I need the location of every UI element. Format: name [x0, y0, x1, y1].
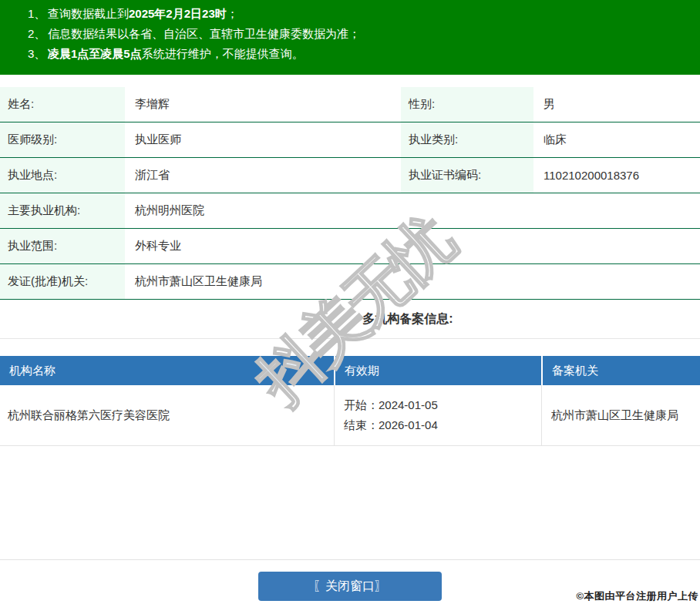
- record-institution-name: 杭州联合丽格第六医疗美容医院: [0, 385, 334, 445]
- column-header-institution-name: 机构名称: [0, 356, 334, 385]
- field-label-practice-category: 执业类别:: [401, 122, 533, 157]
- table-row: 执业范围: 外科专业: [0, 229, 700, 264]
- notice-line-3: 3、凌晨1点至凌晨5点系统进行维护，不能提供查询。: [28, 44, 692, 64]
- notice-text: 信息数据结果以各省、自治区、直辖市卫生健康委数据为准；: [48, 27, 360, 40]
- field-value-main-institution: 杭州明州医院: [125, 193, 700, 228]
- field-value-practice-category: 临床: [533, 122, 700, 157]
- close-window-button[interactable]: 〖关闭窗口〗: [258, 572, 442, 601]
- practitioner-info-table: 姓名: 李增辉 性别: 男 医师级别: 执业医师 执业类别: 临床 执业地点: …: [0, 87, 700, 300]
- table-row: 杭州联合丽格第六医疗美容医院 开始：2024-01-05 结束：2026-01-…: [0, 385, 700, 446]
- notice-number: 2、: [28, 24, 48, 44]
- column-header-record-authority: 备案机关: [541, 356, 698, 385]
- field-label-doctor-level: 医师级别:: [0, 122, 125, 157]
- field-label-practice-location: 执业地点:: [0, 158, 125, 193]
- field-value-name: 李增辉: [125, 87, 401, 122]
- notice-banner: 1、查询数据截止到2025年2月2日23时； 2、信息数据结果以各省、自治区、直…: [0, 0, 700, 75]
- column-header-validity-period: 有效期: [334, 356, 541, 385]
- table-row: 主要执业机构: 杭州明州医院: [0, 193, 700, 229]
- record-authority: 杭州市萧山区卫生健康局: [541, 385, 698, 445]
- field-value-issuing-authority: 杭州市萧山区卫生健康局: [125, 264, 700, 299]
- field-value-gender: 男: [533, 87, 700, 122]
- validity-end: 结束：2026-01-04: [344, 415, 541, 435]
- notice-number: 3、: [28, 44, 48, 64]
- field-value-practice-scope: 外科专业: [125, 229, 700, 263]
- table-row: 执业地点: 浙江省 执业证书编码: 110210200018376: [0, 158, 700, 193]
- field-label-practice-scope: 执业范围:: [0, 229, 125, 263]
- records-section-title-row: 多机构备案信息:: [0, 300, 700, 339]
- notice-text: 系统进行维护，不能提供查询。: [142, 47, 304, 60]
- field-label-issuing-authority: 发证(批准)机关:: [0, 264, 125, 299]
- notice-line-2: 2、信息数据结果以各省、自治区、直辖市卫生健康委数据为准；: [28, 24, 692, 44]
- field-label-license-number: 执业证书编码:: [401, 158, 533, 193]
- notice-text-bold: 2025年2月2日23时: [129, 7, 227, 20]
- field-value-doctor-level: 执业医师: [125, 122, 401, 157]
- field-label-gender: 性别:: [401, 87, 533, 122]
- field-label-name: 姓名:: [0, 87, 125, 122]
- table-row: 发证(批准)机关: 杭州市萧山区卫生健康局: [0, 264, 700, 300]
- notice-text-bold: 凌晨1点至凌晨5点: [48, 47, 142, 60]
- notice-number: 1、: [28, 4, 48, 24]
- table-row: 姓名: 李增辉 性别: 男: [0, 87, 700, 122]
- notice-line-1: 1、查询数据截止到2025年2月2日23时；: [28, 4, 692, 24]
- copyright-stamp: ©本图由平台注册用户上传: [576, 589, 698, 603]
- record-validity-period: 开始：2024-01-05 结束：2026-01-04: [334, 385, 541, 445]
- section-title: 多机构备案信息:: [362, 312, 453, 325]
- records-table: 机构名称 有效期 备案机关 杭州联合丽格第六医疗美容医院 开始：2024-01-…: [0, 356, 700, 446]
- field-label-main-institution: 主要执业机构:: [0, 193, 125, 228]
- records-table-header: 机构名称 有效期 备案机关: [0, 356, 700, 385]
- field-value-practice-location: 浙江省: [125, 158, 401, 193]
- notice-text: 查询数据截止到: [48, 7, 129, 20]
- validity-start: 开始：2024-01-05: [344, 395, 541, 415]
- notice-text: ；: [227, 7, 238, 20]
- field-value-license-number: 110210200018376: [533, 158, 700, 193]
- table-row: 医师级别: 执业医师 执业类别: 临床: [0, 122, 700, 158]
